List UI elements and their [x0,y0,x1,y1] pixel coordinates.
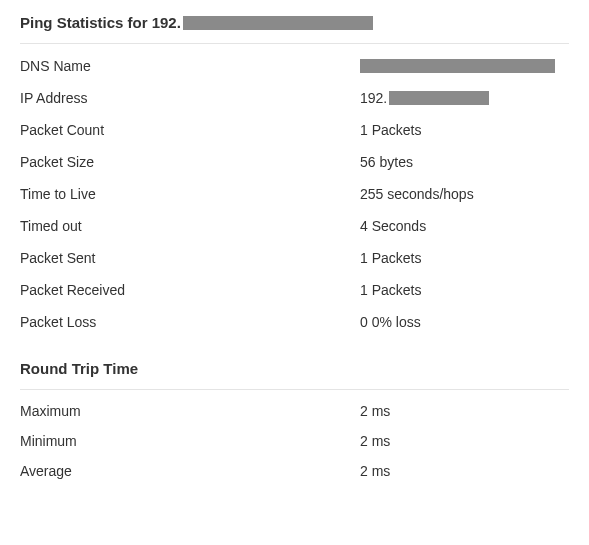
row-packet-loss: Packet Loss 0 0% loss [20,306,569,338]
label-timed-out: Timed out [20,218,360,234]
label-ip-address: IP Address [20,90,360,106]
label-packet-count: Packet Count [20,122,360,138]
value-ip-address: 192. [360,90,569,106]
row-packet-size: Packet Size 56 bytes [20,146,569,178]
ip-prefix: 192. [360,90,387,106]
value-ttl: 255 seconds/hops [360,186,569,202]
value-packet-count: 1 Packets [360,122,569,138]
redacted-ip-suffix [183,16,373,30]
value-rtt-max: 2 ms [360,403,569,419]
ping-stats-heading: Ping Statistics for 192. [20,14,569,43]
value-packet-size: 56 bytes [360,154,569,170]
redacted-ip-value [389,91,489,105]
divider [20,43,569,44]
row-ip-address: IP Address 192. [20,82,569,114]
value-packet-sent: 1 Packets [360,250,569,266]
row-rtt-max: Maximum 2 ms [20,396,569,426]
value-timed-out: 4 Seconds [360,218,569,234]
row-dns-name: DNS Name [20,50,569,82]
value-packet-loss: 0 0% loss [360,314,569,330]
redacted-dns-value [360,59,555,73]
label-rtt-min: Minimum [20,433,360,449]
value-rtt-avg: 2 ms [360,463,569,479]
divider-rtt [20,389,569,390]
label-packet-received: Packet Received [20,282,360,298]
ping-stats-heading-text: Ping Statistics for 192. [20,14,181,31]
label-packet-loss: Packet Loss [20,314,360,330]
value-packet-received: 1 Packets [360,282,569,298]
label-packet-sent: Packet Sent [20,250,360,266]
label-dns-name: DNS Name [20,58,360,74]
row-packet-sent: Packet Sent 1 Packets [20,242,569,274]
row-rtt-min: Minimum 2 ms [20,426,569,456]
row-packet-count: Packet Count 1 Packets [20,114,569,146]
row-packet-received: Packet Received 1 Packets [20,274,569,306]
rtt-heading: Round Trip Time [20,360,569,389]
row-rtt-avg: Average 2 ms [20,456,569,486]
label-ttl: Time to Live [20,186,360,202]
label-packet-size: Packet Size [20,154,360,170]
label-rtt-avg: Average [20,463,360,479]
row-ttl: Time to Live 255 seconds/hops [20,178,569,210]
label-rtt-max: Maximum [20,403,360,419]
value-dns-name [360,59,569,73]
row-timed-out: Timed out 4 Seconds [20,210,569,242]
value-rtt-min: 2 ms [360,433,569,449]
